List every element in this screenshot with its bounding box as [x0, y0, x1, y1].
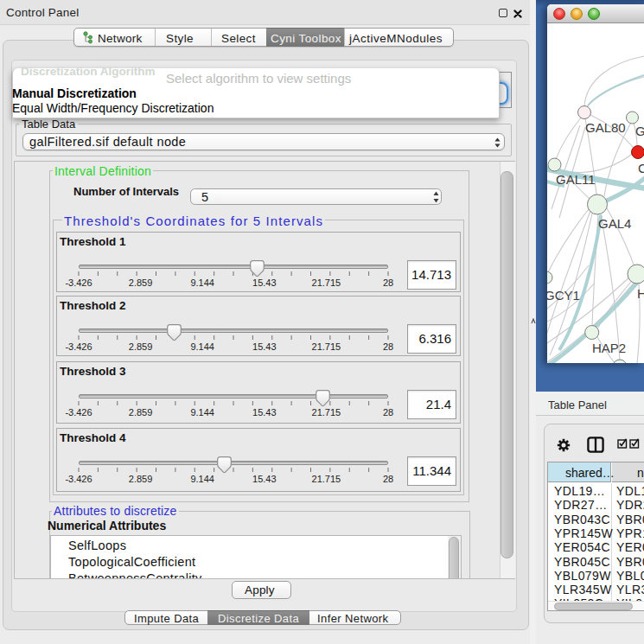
svg-text:GAL4: GAL4: [598, 216, 631, 231]
svg-text:C: C: [638, 161, 644, 175]
svg-text:HAP2: HAP2: [592, 341, 626, 355]
svg-text:GCY1: GCY1: [547, 288, 580, 303]
svg-text:H: H: [637, 286, 644, 301]
svg-text:GA: GA: [635, 124, 644, 138]
svg-text:GAL11: GAL11: [556, 172, 596, 187]
svg-text:GAL80: GAL80: [585, 120, 626, 135]
